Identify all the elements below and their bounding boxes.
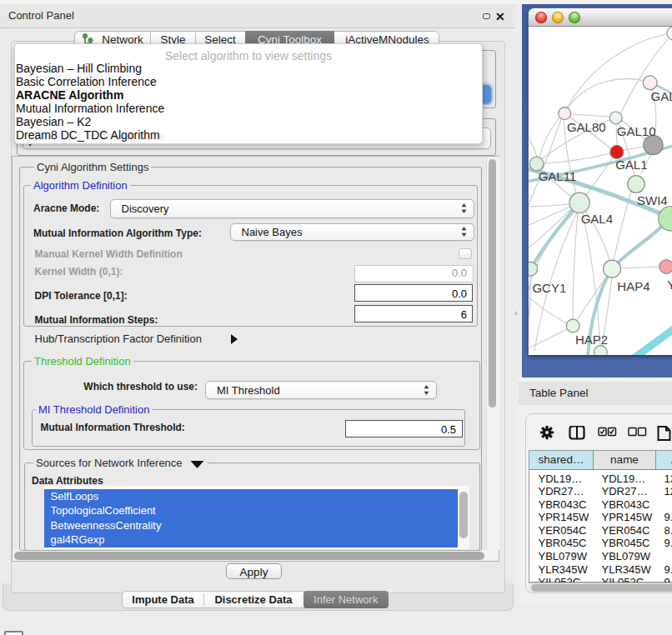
svg-text:SWI4: SWI4 — [637, 193, 668, 208]
svg-text:GAL10: GAL10 — [616, 124, 655, 138]
svg-text:HAP2: HAP2 — [574, 332, 607, 347]
svg-text:GAL1: GAL1 — [615, 158, 647, 172]
svg-text:YM: YM — [667, 278, 672, 292]
svg-text:GAL7: GAL7 — [650, 89, 672, 103]
svg-text:GAL4: GAL4 — [580, 212, 612, 226]
svg-text:GCY1: GCY1 — [532, 281, 566, 295]
svg-text:GAL80: GAL80 — [566, 120, 605, 134]
svg-text:HAP4: HAP4 — [617, 279, 649, 293]
svg-text:GAL11: GAL11 — [538, 169, 576, 183]
